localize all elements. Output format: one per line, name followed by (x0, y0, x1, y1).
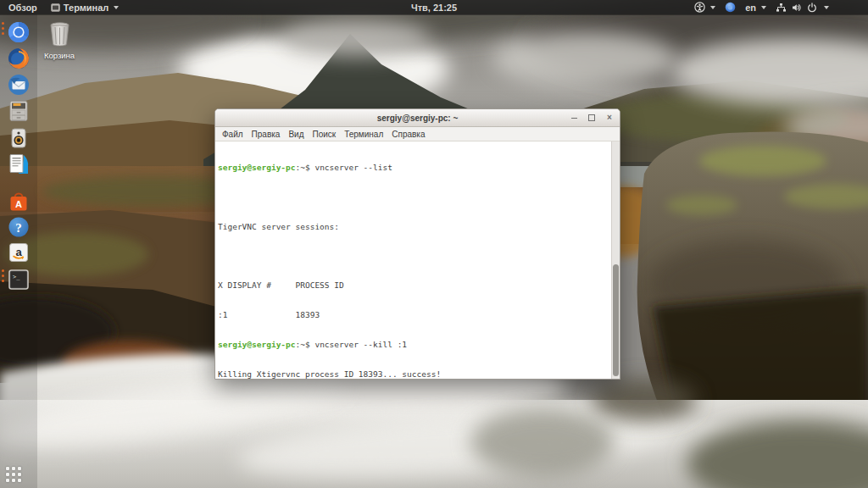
output-text: TigerVNC server sessions: (218, 222, 339, 231)
app-indicator[interactable] (723, 0, 737, 14)
output-text: :1 18393 (218, 310, 320, 319)
menu-view[interactable]: Вид (284, 130, 308, 139)
menu-search[interactable]: Поиск (308, 130, 340, 139)
app-menu[interactable]: Терминал (47, 0, 124, 14)
keyboard-layout-label: en (745, 3, 756, 13)
terminal-line: TigerVNC server sessions: (218, 222, 620, 232)
chevron-down-icon (761, 6, 766, 9)
dock-item-amazon[interactable]: a (7, 241, 31, 264)
show-applications-button[interactable] (6, 467, 21, 482)
terminal-line: Killing Xtigervnc process ID 18393... su… (218, 369, 620, 379)
menu-help[interactable]: Справка (387, 130, 429, 139)
menu-file[interactable]: Файл (218, 130, 248, 139)
terminal-line: sergiy@sergiy-pc:~$ vncserver --kill :1 (218, 340, 620, 350)
clock[interactable]: Чтв, 21:25 (407, 0, 461, 14)
app-indicator-blue-icon (725, 2, 736, 13)
terminal-line (218, 252, 620, 262)
window-title: sergiy@sergiy-pc: ~ (377, 114, 459, 123)
firefox-icon (7, 47, 31, 70)
app-menu-label: Терминал (64, 3, 109, 13)
scrollbar[interactable] (611, 141, 620, 379)
ubuntu-software-icon: A (7, 190, 31, 214)
dock: A ? a >_ (0, 14, 37, 488)
accessibility-menu[interactable] (693, 0, 717, 14)
close-icon: × (607, 114, 612, 122)
minimize-button[interactable] (570, 113, 578, 123)
clock-label: Чтв, 21:25 (411, 3, 457, 13)
network-wired-icon (776, 3, 787, 13)
window-menubar: Файл Правка Вид Поиск Терминал Справка (215, 127, 620, 141)
thunderbird-icon (7, 73, 31, 97)
command-text: vncserver --kill :1 (310, 340, 407, 349)
activities-button[interactable]: Обзор (4, 0, 42, 14)
output-text: X DISPLAY # PROCESS ID (218, 280, 344, 290)
svg-text:A: A (15, 199, 22, 209)
file-cabinet-icon (7, 99, 31, 123)
dock-item-ubuntu-software[interactable]: A (7, 190, 31, 214)
activities-label: Обзор (8, 3, 37, 13)
dock-item-chromium[interactable] (7, 20, 31, 44)
window-titlebar[interactable]: sergiy@sergiy-pc: ~ × (215, 109, 620, 127)
terminal-window: sergiy@sergiy-pc: ~ × Файл Правка Вид По… (214, 108, 620, 380)
keyboard-layout-indicator[interactable]: en (743, 0, 768, 14)
terminal-line (218, 192, 620, 202)
menu-terminal[interactable]: Терминал (340, 130, 387, 139)
svg-text:a: a (15, 246, 22, 258)
libreoffice-writer-icon (7, 152, 31, 176)
running-indicator (2, 22, 4, 35)
terminal-window-icon (51, 3, 60, 12)
chevron-down-icon (710, 6, 715, 9)
accessibility-icon (694, 2, 705, 13)
scrollbar-thumb[interactable] (613, 264, 619, 376)
help-icon: ? (7, 215, 31, 239)
terminal-line: :1 18393 (218, 310, 620, 320)
power-icon (807, 3, 817, 13)
output-text: Killing Xtigervnc process ID 18393... su… (218, 369, 441, 379)
maximize-icon (588, 114, 595, 121)
terminal-line: sergiy@sergiy-pc:~$ vncserver --list (218, 163, 620, 173)
svg-text:>_: >_ (13, 274, 20, 280)
prompt-user-host: sergiy@sergiy-pc (218, 163, 296, 172)
terminal-content[interactable]: sergiy@sergiy-pc:~$ vncserver --list Tig… (215, 141, 620, 379)
terminal-line: X DISPLAY # PROCESS ID (218, 280, 620, 291)
trash-icon (48, 22, 71, 47)
chromium-icon (7, 20, 31, 44)
rhythmbox-speaker-icon (7, 126, 31, 150)
minimize-icon (571, 118, 577, 119)
top-bar: Обзор Терминал Чтв, 21:25 (0, 0, 868, 14)
desktop-screen: Обзор Терминал Чтв, 21:25 (0, 0, 868, 488)
svg-text:?: ? (15, 221, 22, 235)
running-indicator (2, 269, 4, 282)
chevron-down-icon (114, 6, 119, 9)
maximize-button[interactable] (587, 113, 596, 123)
chevron-down-icon (824, 6, 829, 9)
dock-item-help[interactable]: ? (7, 215, 31, 239)
trash-label: Корзина (39, 51, 80, 60)
prompt-path: :~$ (296, 163, 310, 172)
amazon-icon: a (7, 241, 31, 264)
dock-item-rhythmbox[interactable] (7, 126, 31, 150)
terminal-icon: >_ (7, 268, 31, 291)
dock-item-libreoffice-writer[interactable] (7, 152, 31, 176)
trash-desktop-icon[interactable]: Корзина (39, 22, 80, 60)
menu-edit[interactable]: Правка (248, 130, 285, 139)
window-controls: × (570, 109, 614, 126)
system-menu[interactable] (774, 0, 831, 14)
dock-item-firefox[interactable] (7, 47, 31, 70)
dock-item-files[interactable] (7, 99, 31, 123)
dock-item-terminal[interactable]: >_ (7, 268, 31, 291)
command-text: vncserver --list (310, 163, 392, 172)
prompt-path: :~$ (296, 340, 310, 349)
dock-item-thunderbird[interactable] (7, 73, 31, 97)
close-button[interactable]: × (605, 113, 614, 123)
prompt-user-host: sergiy@sergiy-pc (218, 340, 296, 349)
volume-icon (792, 3, 802, 13)
